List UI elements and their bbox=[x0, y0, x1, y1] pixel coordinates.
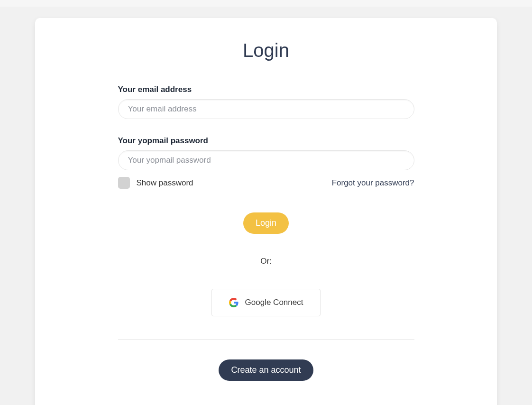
divider bbox=[118, 339, 414, 340]
show-password-label: Show password bbox=[137, 178, 193, 188]
or-divider-text: Or: bbox=[118, 257, 414, 266]
password-input[interactable] bbox=[118, 150, 414, 170]
forgot-password-link[interactable]: Forgot your password? bbox=[332, 178, 414, 188]
email-group: Your email address bbox=[118, 85, 414, 119]
show-password-checkbox[interactable] bbox=[118, 177, 130, 189]
login-form: Your email address Your yopmail password… bbox=[118, 85, 414, 316]
email-input[interactable] bbox=[118, 99, 414, 119]
create-account-wrap: Create an account bbox=[35, 359, 497, 381]
password-group: Your yopmail password Show password Forg… bbox=[118, 136, 414, 189]
login-card: Login Your email address Your yopmail pa… bbox=[35, 18, 497, 405]
show-password-wrap: Show password bbox=[118, 177, 193, 189]
page-title: Login bbox=[35, 40, 497, 61]
google-connect-button[interactable]: Google Connect bbox=[211, 289, 321, 316]
password-label: Your yopmail password bbox=[118, 136, 414, 146]
google-icon bbox=[229, 298, 238, 307]
google-button-wrap: Google Connect bbox=[118, 289, 414, 316]
email-label: Your email address bbox=[118, 85, 414, 94]
page-container: Login Your email address Your yopmail pa… bbox=[0, 7, 532, 405]
google-connect-label: Google Connect bbox=[245, 298, 303, 307]
login-button-wrap: Login bbox=[118, 212, 414, 234]
password-options-row: Show password Forgot your password? bbox=[118, 177, 414, 189]
create-account-button[interactable]: Create an account bbox=[219, 359, 313, 381]
login-button[interactable]: Login bbox=[243, 212, 289, 234]
top-bar bbox=[0, 0, 532, 7]
